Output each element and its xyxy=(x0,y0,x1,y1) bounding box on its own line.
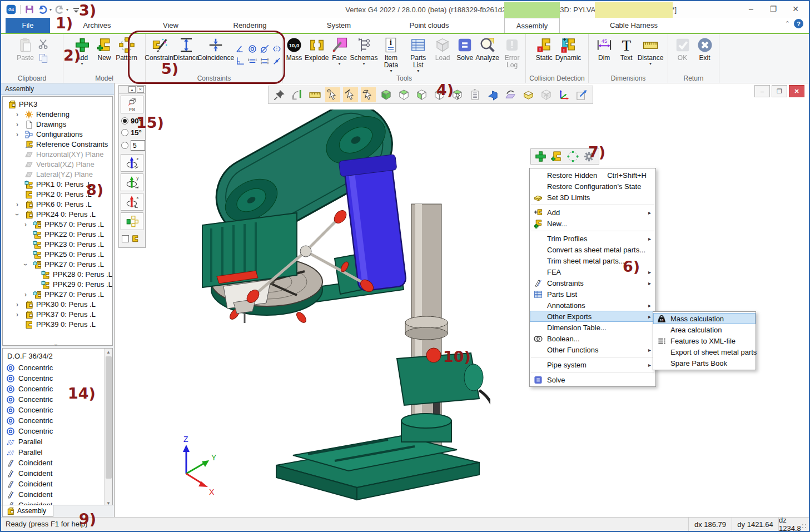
3d-viewport[interactable]: ▲ ✕ F8 90°15° zyx –❐✕ xyxy=(115,83,809,517)
dof-scrollbar[interactable]: ▲ ▼ xyxy=(104,349,112,507)
close-button[interactable]: ✕ xyxy=(784,1,807,17)
tree-item-configurations[interactable]: ›Configurations xyxy=(3,130,112,140)
chevron-collapsed-icon[interactable]: › xyxy=(16,111,18,118)
tab-view[interactable]: View xyxy=(151,18,190,33)
menu-item-annotations[interactable]: Annotations▸ xyxy=(530,300,655,311)
new-button[interactable]: New xyxy=(93,35,116,62)
tree-item-lateral-yz-plane[interactable]: Lateral(YZ) Plane xyxy=(3,170,112,180)
constraint-button[interactable]: Constraint xyxy=(146,35,174,62)
dof-item-coincident[interactable]: Coincident xyxy=(3,458,112,468)
menu-item-constraints[interactable]: Constraints▸ xyxy=(530,277,655,289)
analyze-button[interactable]: Analyze xyxy=(476,35,499,62)
dof-item-concentric[interactable]: Concentric xyxy=(3,384,112,394)
chevron-collapsed-icon[interactable]: › xyxy=(24,291,27,299)
3d-limits-icon[interactable] xyxy=(521,87,536,102)
save-button[interactable] xyxy=(24,4,35,15)
tree-item-ppk29-0-perus-l[interactable]: PPK29 0: Perus .L xyxy=(3,280,112,290)
menu-item-mass-calculation[interactable]: 10Mass calculation xyxy=(653,313,756,324)
rotate-z-button[interactable]: z xyxy=(121,154,143,172)
settings-button[interactable] xyxy=(583,150,595,163)
menu-item-export-of-sheet-metal-parts[interactable]: Export of sheet metal parts xyxy=(653,346,756,357)
tab-assembly[interactable]: Assembly xyxy=(504,18,560,33)
doc-restore-button[interactable]: ❐ xyxy=(772,85,787,97)
tab-rendering[interactable]: Rendering xyxy=(221,18,279,33)
dof-item-coincident[interactable]: Coincident xyxy=(3,479,112,489)
solve-button[interactable]: Solve xyxy=(454,35,476,62)
menu-item-fea[interactable]: FEA▸ xyxy=(530,266,655,277)
tree-item-ppk30-0-perus-l[interactable]: ›PPK30 0: Perus .L xyxy=(3,300,112,310)
distance-button[interactable]: Distance▾ xyxy=(638,35,664,66)
doc-close-button[interactable]: ✕ xyxy=(789,85,804,97)
dynamic-button[interactable]: !Dynamic xyxy=(555,35,582,62)
tab-cable-harness[interactable]: Cable Harness xyxy=(595,18,673,33)
dof-item-concentric[interactable]: Concentric xyxy=(3,394,112,405)
menu-item-dimension-table[interactable]: Dimension Table... xyxy=(530,322,655,333)
equal-constraint-button[interactable] xyxy=(247,56,257,66)
copy-button[interactable] xyxy=(38,53,49,64)
tree-item-ppk6-0-perus-l[interactable]: ›PPK6 0: Perus .L xyxy=(3,200,112,210)
tab-system[interactable]: System xyxy=(315,18,362,33)
box-disabled-icon[interactable] xyxy=(539,87,554,102)
sketch-plane-icon[interactable] xyxy=(503,87,518,102)
tree-item-ppk57-0-perus-l[interactable]: ›PPK57 0: Perus .L xyxy=(3,220,112,230)
tree-item-ppk25-0-perus-l[interactable]: PPK25 0: Perus .L xyxy=(3,250,112,260)
tree-item-ppk2-0-perus-l[interactable]: PPK2 0: Perus .L xyxy=(3,190,112,200)
pattern-button[interactable]: Pattern xyxy=(116,35,138,62)
dof-collapse-icon[interactable]: ⌄ xyxy=(53,340,58,347)
scroll-thumb[interactable] xyxy=(106,356,112,479)
face-button[interactable]: Face▾ xyxy=(329,35,351,66)
coordinate-axes-icon[interactable] xyxy=(556,87,572,102)
doc-minimize-button[interactable]: – xyxy=(754,85,770,97)
chevron-collapsed-icon[interactable]: › xyxy=(24,221,27,228)
menu-item-parts-list[interactable]: Parts List xyxy=(530,289,655,300)
tab-archives[interactable]: Archives xyxy=(71,18,123,33)
g4-logo[interactable]: G4 xyxy=(6,4,17,15)
chevron-collapsed-icon[interactable]: › xyxy=(16,131,18,138)
part-view-icon[interactable] xyxy=(485,87,500,102)
menu-item-trim-sheet-metal-parts[interactable]: Trim sheet metal parts... xyxy=(530,255,655,266)
tree-item-ppk1-0-perus-l[interactable]: PPK1 0: Perus .L xyxy=(3,180,112,190)
rotation-checkbox[interactable] xyxy=(122,235,129,242)
tree-item-reference-constraints[interactable]: Reference Constraints xyxy=(3,140,112,150)
parts-list-button[interactable]: Parts List▾ xyxy=(405,35,431,73)
panel-collapse-icon[interactable]: ▲ xyxy=(128,86,136,93)
chevron-expanded-icon[interactable]: › xyxy=(22,263,29,266)
scroll-up-icon[interactable]: ▲ xyxy=(105,350,112,355)
undo-button[interactable] xyxy=(37,4,48,15)
wireframe-view-icon[interactable] xyxy=(432,87,447,102)
tree-item-ppk24-0-perus-l[interactable]: ›PPK24 0: Perus .L xyxy=(3,210,112,220)
static-button[interactable]: !Static xyxy=(533,35,555,62)
distance-button[interactable]: Distance xyxy=(174,35,198,62)
menu-item-other-exports[interactable]: Other Exports▸ xyxy=(530,311,655,322)
parallel-distance-constraint-button[interactable] xyxy=(260,56,270,66)
pattern-button[interactable] xyxy=(566,150,579,163)
dof-item-concentric[interactable]: Concentric xyxy=(3,415,112,426)
ruler-icon[interactable] xyxy=(307,87,322,102)
tree-item-ppk27-0-perus-l[interactable]: ›PPK27 0: Perus .L xyxy=(3,290,112,300)
coincidence-button[interactable]: Coincidence xyxy=(198,35,233,62)
tree-item-ppk39-0-perus-l[interactable]: PPK39 0: Perus .L xyxy=(3,320,112,330)
chevron-expanded-icon[interactable]: › xyxy=(13,213,21,216)
tree-item-vertical-xz-plane[interactable]: Vertical(XZ) Plane xyxy=(3,160,112,170)
item-data-button[interactable]: iItem Data▾ xyxy=(377,35,405,73)
text-button[interactable]: TText xyxy=(615,35,638,62)
view-direction-f8-button[interactable]: F8 xyxy=(121,96,143,113)
undo-button-dropdown-icon[interactable]: ▾ xyxy=(49,7,52,12)
tree-item-horizontal-xy-plane[interactable]: Horizontal(XY) Plane xyxy=(3,150,112,160)
dof-item-concentric[interactable]: Concentric xyxy=(3,426,112,436)
angle-radio-15[interactable] xyxy=(121,129,128,136)
dof-item-coincident[interactable]: Coincident xyxy=(3,489,112,500)
dof-item-parallel[interactable]: Parallel xyxy=(3,436,112,447)
tangent-constraint-button[interactable] xyxy=(260,44,270,54)
menu-item-other-functions[interactable]: Other Functions▸ xyxy=(530,344,655,355)
dim-button[interactable]: 45Dim xyxy=(593,35,615,62)
tree-item-ppk3[interactable]: PPK3 xyxy=(3,100,112,110)
load-button[interactable]: Load xyxy=(431,35,454,62)
dof-item-coincident[interactable]: Coincident xyxy=(3,468,112,479)
menu-item-features-to-xml-file[interactable]: Features to XML-file xyxy=(653,335,756,346)
chevron-collapsed-icon[interactable]: › xyxy=(16,301,18,309)
menu-item-spare-parts-book[interactable]: Spare Parts Book xyxy=(653,357,756,369)
chevron-collapsed-icon[interactable]: › xyxy=(16,311,18,319)
mass-button[interactable]: 10,0Mass xyxy=(283,35,305,62)
redo-button[interactable] xyxy=(54,4,65,15)
